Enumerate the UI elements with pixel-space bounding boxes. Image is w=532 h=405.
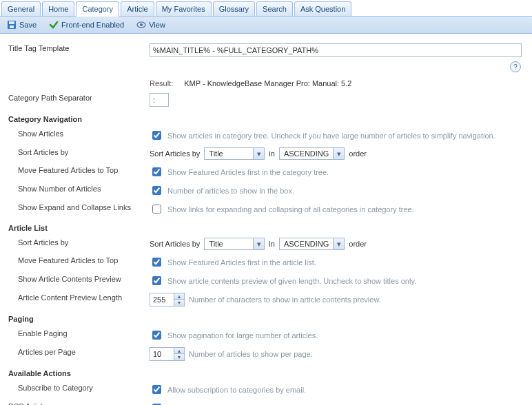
svg-rect-1 [9,21,14,24]
tab-bar: GeneralHomeCategoryArticleMy FavoritesGl… [0,0,532,17]
catnav-move-featured-checkbox[interactable] [152,167,161,176]
catnav-move-featured-label: Move Featured Articles to Top [6,163,147,181]
toolbar: Save Front-end Enabled View [0,17,532,34]
articles-per-page-spinner[interactable]: ▲ ▼ [150,347,185,361]
save-button[interactable]: Save [4,19,39,31]
tab-home[interactable]: Home [42,1,74,16]
preview-length-spinner[interactable]: ▲ ▼ [150,293,185,307]
frontend-enabled-label: Front-end Enabled [61,21,124,29]
available-actions-header: Available Actions [6,364,147,380]
catnav-move-featured-hint: Show Featured Articles first in the cate… [167,168,329,176]
title-tag-result-value: KMP - KnowledgeBase Manager Pro: Manual:… [180,79,351,87]
title-tag-result-label: Result: [150,79,173,87]
chevron-down-icon: ▾ [253,148,264,159]
catnav-sort-field-select[interactable]: Title ▾ [204,147,265,160]
catnav-sort-dir-select[interactable]: ASCENDING ▾ [279,147,345,160]
articles-per-page-hint: Number of articles to show per page. [189,350,313,358]
rss-label: RSS Articles [6,399,147,405]
category-navigation-header: Category Navigation [6,110,147,126]
spinner-down-icon[interactable]: ▼ [174,354,184,360]
show-number-checkbox[interactable] [152,186,161,195]
enable-paging-checkbox[interactable] [152,331,161,340]
catnav-sort-prefix: Sort Articles by [150,149,200,158]
catnav-sort-label: Sort Articles by [6,145,147,163]
alist-sort-dir-select[interactable]: ASCENDING ▾ [279,238,345,250]
preview-length-hint: Number of characters to show in article … [189,295,381,304]
spinner-up-icon[interactable]: ▲ [174,293,184,300]
tab-category[interactable]: Category [76,1,119,17]
title-tag-input[interactable] [150,43,522,57]
catnav-sort-suffix: order [349,149,367,158]
svg-rect-2 [10,25,14,28]
settings-form: Title Tag Template ? Result: KMP - Knowl… [0,34,532,405]
alist-sort-suffix: order [349,240,367,248]
tab-my-favorites[interactable]: My Favorites [156,1,212,16]
disk-icon [7,20,17,30]
spinner-down-icon[interactable]: ▼ [174,300,184,306]
subscribe-checkbox[interactable] [152,385,161,394]
chevron-down-icon: ▾ [333,148,344,159]
catnav-sort-in: in [269,149,275,158]
show-preview-label: Show Article Contents Preview [6,271,147,290]
category-path-sep-label: Category Path Separator [6,90,147,110]
title-tag-label: Title Tag Template [6,41,147,90]
alist-move-featured-label: Move Featured Articles to Top [6,253,147,271]
show-number-label: Show Number of Articles [6,181,147,200]
expand-collapse-checkbox[interactable] [152,205,161,214]
show-articles-checkbox[interactable] [152,131,161,140]
preview-length-input[interactable] [150,293,174,306]
alist-move-featured-checkbox[interactable] [152,258,161,267]
view-button[interactable]: View [134,19,168,31]
tab-search[interactable]: Search [256,1,293,16]
view-label: View [149,21,165,29]
alist-sort-field-value: Title [205,238,253,249]
show-preview-hint: Show article contents preview of given l… [167,277,416,285]
show-articles-label: Show Articles [6,126,147,145]
alist-move-featured-hint: Show Featured Articles first in the arti… [167,258,316,267]
show-preview-checkbox[interactable] [152,276,161,285]
alist-sort-label: Sort Articles by [6,235,147,253]
subscribe-label: Subscribe to Category [6,380,147,399]
tab-ask-question[interactable]: Ask Question [294,1,351,16]
paging-header: Paging [6,309,147,326]
alist-sort-in: in [269,240,275,248]
svg-point-4 [140,23,143,26]
category-path-sep-input[interactable] [150,93,169,107]
spinner-up-icon[interactable]: ▲ [174,348,184,354]
eye-icon [136,20,146,30]
alist-sort-field-select[interactable]: Title ▾ [204,238,265,250]
article-list-header: Article List [6,218,147,235]
articles-per-page-input[interactable] [150,348,174,360]
chevron-down-icon: ▾ [253,238,264,249]
subscribe-hint: Allow subscription to categories by emai… [167,386,306,394]
tab-glossary[interactable]: Glossary [213,1,255,16]
articles-per-page-label: Articles per Page [6,344,147,364]
frontend-enabled-button[interactable]: Front-end Enabled [46,19,127,31]
enable-paging-label: Enable Paging [6,326,147,344]
expand-collapse-hint: Show links for expanding and collapsing … [167,205,414,214]
save-label: Save [19,21,37,29]
help-icon[interactable]: ? [510,61,521,72]
enable-paging-hint: Show pagination for large number of arti… [167,331,318,340]
alist-sort-dir-value: ASCENDING [280,238,333,249]
expand-collapse-label: Show Expand and Collapse Links [6,200,147,218]
chevron-down-icon: ▾ [333,238,344,249]
show-articles-hint: Show articles in category tree. Uncheck … [167,132,495,140]
tab-article[interactable]: Article [121,1,154,16]
catnav-sort-field-value: Title [205,148,253,159]
preview-length-label: Article Content Preview Length [6,290,147,309]
check-icon [49,20,59,30]
alist-sort-prefix: Sort Articles by [150,240,200,248]
tab-general[interactable]: General [1,1,41,16]
show-number-hint: Number of articles to show in the box. [167,187,294,195]
catnav-sort-dir-value: ASCENDING [280,148,333,159]
